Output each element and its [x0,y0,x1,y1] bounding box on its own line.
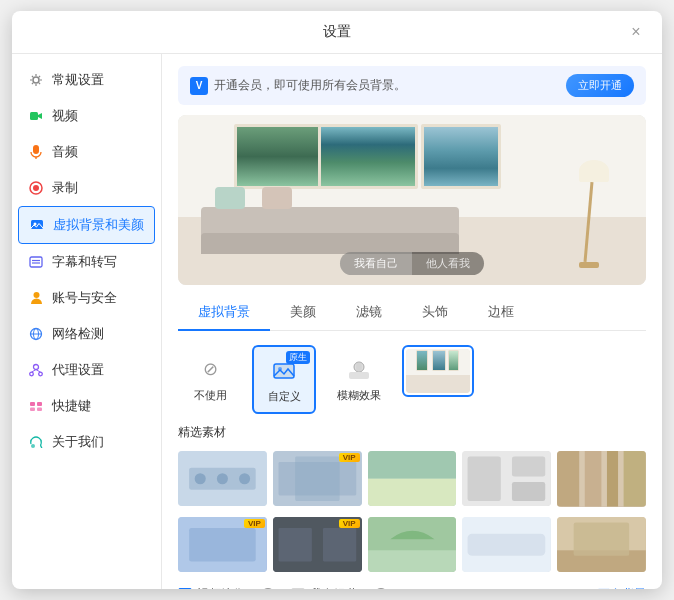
tab-virtual-bg[interactable]: 虚拟背景 [178,295,270,331]
option-custom[interactable]: 原生 自定义 [252,345,316,414]
option-blur-icon [341,354,377,384]
settings-dialog: 设置 × 常规设置视频音频录制虚拟背景和美颜字幕和转写账号与安全网络检测代理设置… [12,11,662,589]
option-none[interactable]: ⊘ 不使用 [178,345,242,412]
svg-rect-19 [37,402,42,406]
sidebar-icon-virtual [29,217,45,233]
gallery-thumb-8 [368,517,457,572]
gallery-item-2[interactable]: VIP [273,451,362,506]
sidebar-label-virtual: 虚拟背景和美颜 [53,216,144,234]
sidebar-item-shortcut[interactable]: 快捷键 [12,388,161,424]
vip-banner: V 开通会员，即可使用所有会员背景。 立即开通 [178,66,646,105]
tab-border[interactable]: 边框 [468,295,534,331]
sidebar-item-account[interactable]: 账号与安全 [12,280,161,316]
video-mirror-info-icon[interactable]: i [261,588,275,590]
sidebar-icon-network [28,326,44,342]
sidebar-label-proxy: 代理设置 [52,361,104,379]
gallery-item-10[interactable] [557,517,646,573]
sidebar-icon-account [28,290,44,306]
svg-rect-8 [30,257,42,267]
option-custom-badge: 原生 [286,351,310,364]
green-screen-checkbox[interactable]: 我有绿幕 [291,586,358,589]
gallery-thumb-9 [462,517,551,572]
sidebar-label-video: 视频 [52,107,78,125]
dialog-header: 设置 × [12,11,662,54]
sidebar-item-subtitle[interactable]: 字幕和转写 [12,244,161,280]
option-custom-label: 自定义 [268,389,301,404]
option-room[interactable] [402,345,474,397]
svg-point-5 [33,185,39,191]
svg-rect-56 [468,533,546,555]
gallery-item-5[interactable] [557,451,646,507]
tabs-row: 虚拟背景 美颜 滤镜 头饰 边框 [178,295,646,331]
lamp-shade [579,160,609,182]
sidebar-label-account: 账号与安全 [52,289,117,307]
vip-icon: V [190,77,208,95]
video-mirror-label: 视频镜像 [197,586,245,589]
svg-rect-23 [274,364,294,378]
sidebar-label-shortcut: 快捷键 [52,397,91,415]
gallery-item-7[interactable]: VIP [273,517,362,572]
gallery-thumb-3 [368,451,457,506]
sidebar-item-virtual[interactable]: 虚拟背景和美颜 [18,206,155,244]
sidebar: 常规设置视频音频录制虚拟背景和美颜字幕和转写账号与安全网络检测代理设置快捷键关于… [12,54,162,589]
gallery-row-2: VIP VIP [178,517,646,573]
sidebar-icon-proxy [28,362,44,378]
sidebar-icon-shortcut [28,398,44,414]
sidebar-label-audio: 音频 [52,143,78,161]
svg-rect-36 [295,457,339,501]
sidebar-icon-video [28,108,44,124]
dialog-title: 设置 [323,23,351,41]
svg-rect-21 [37,407,42,411]
gallery-item-1[interactable] [178,451,267,506]
svg-point-31 [195,473,206,484]
svg-point-15 [34,365,39,370]
sidebar-item-about[interactable]: 关于我们 [12,424,161,460]
gallery-vip-badge-7: VIP [339,519,360,528]
svg-rect-49 [189,528,256,561]
view-self-button[interactable]: 我看自己 [340,252,412,275]
gallery-item-4[interactable] [462,451,551,506]
vip-open-button[interactable]: 立即开通 [566,74,634,97]
view-others-button[interactable]: 他人看我 [412,252,484,275]
tab-headwear[interactable]: 头饰 [402,295,468,331]
svg-point-28 [356,362,362,372]
svg-rect-20 [30,407,35,411]
sidebar-item-record[interactable]: 录制 [12,170,161,206]
sidebar-icon-record [28,180,44,196]
gallery-vip-badge-2: VIP [339,453,360,462]
green-screen-info-icon[interactable]: i [374,588,388,590]
tab-filter[interactable]: 滤镜 [336,295,402,331]
sidebar-item-video[interactable]: 视频 [12,98,161,134]
video-mirror-check: ✓ [178,588,192,590]
close-button[interactable]: × [626,22,646,42]
svg-rect-27 [349,372,369,379]
room-couch [201,207,458,255]
sidebar-item-network[interactable]: 网络检测 [12,316,161,352]
sidebar-label-general: 常规设置 [52,71,104,89]
svg-point-0 [33,77,39,83]
tab-beauty[interactable]: 美颜 [270,295,336,331]
video-mirror-checkbox[interactable]: ✓ 视频镜像 [178,586,245,589]
sidebar-icon-audio [28,144,44,160]
option-room-wrap [402,345,474,397]
gallery-label: 精选素材 [178,424,646,441]
green-screen-label: 我有绿幕 [310,586,358,589]
gallery-item-8[interactable] [368,517,457,572]
painting-2 [318,124,418,189]
svg-rect-46 [607,451,618,507]
sidebar-item-proxy[interactable]: 代理设置 [12,352,161,388]
painting-3 [421,124,501,189]
lamp-pole [584,182,594,262]
sidebar-icon-subtitle [28,254,44,270]
sidebar-label-record: 录制 [52,179,78,197]
option-blur[interactable]: 模糊效果 [326,345,392,412]
option-custom-wrap: 原生 自定义 [252,345,316,414]
sidebar-item-audio[interactable]: 音频 [12,134,161,170]
gallery-thumb-4 [462,451,551,506]
option-none-icon: ⊘ [192,354,228,384]
gallery-item-3[interactable] [368,451,457,506]
more-backgrounds-link[interactable]: 更多背景 [598,586,646,589]
sidebar-item-general[interactable]: 常规设置 [12,62,161,98]
gallery-item-9[interactable] [462,517,551,572]
gallery-item-6[interactable]: VIP [178,517,267,572]
